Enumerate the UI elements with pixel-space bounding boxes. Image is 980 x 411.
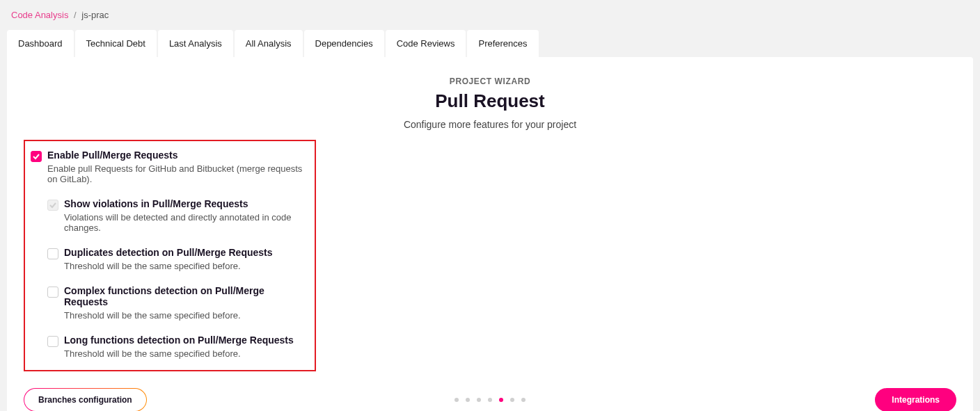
option-desc: Threshold will be the same specified bef… xyxy=(64,261,273,271)
back-button[interactable]: Branches configuration xyxy=(24,389,146,411)
checkbox-long-functions[interactable] xyxy=(47,336,58,347)
step-dot-active xyxy=(499,398,503,402)
breadcrumb-sep: / xyxy=(74,10,77,20)
checkbox-enable-pr[interactable] xyxy=(31,151,42,162)
option-duplicates[interactable]: Duplicates detection on Pull/Merge Reque… xyxy=(47,247,303,271)
option-desc: Violations will be detected and directly… xyxy=(64,212,303,233)
step-dot xyxy=(510,398,514,402)
checkbox-show-violations[interactable] xyxy=(47,200,58,211)
option-title: Complex functions detection on Pull/Merg… xyxy=(64,285,303,307)
option-title: Enable Pull/Merge Requests xyxy=(47,150,303,161)
options-frame: Enable Pull/Merge Requests Enable pull R… xyxy=(24,140,316,371)
tab-bar: Dashboard Technical Debt Last Analysis A… xyxy=(7,30,973,57)
option-title: Duplicates detection on Pull/Merge Reque… xyxy=(64,247,273,258)
wizard-subtitle: Configure more features for your project xyxy=(24,119,956,130)
option-long-functions[interactable]: Long functions detection on Pull/Merge R… xyxy=(47,335,303,359)
option-desc: Enable pull Requests for GitHub and Bitb… xyxy=(47,163,303,184)
tab-technical-debt[interactable]: Technical Debt xyxy=(75,30,157,57)
page-title: Pull Request xyxy=(24,90,956,112)
option-complex-functions[interactable]: Complex functions detection on Pull/Merg… xyxy=(47,285,303,321)
step-dots xyxy=(455,398,525,402)
next-button[interactable]: Integrations xyxy=(875,388,956,411)
tab-all-analysis[interactable]: All Analysis xyxy=(235,30,303,57)
back-button-wrap: Branches configuration xyxy=(24,388,147,411)
wizard-footer: Branches configuration Integrations xyxy=(24,371,956,411)
option-title: Show violations in Pull/Merge Requests xyxy=(64,198,303,209)
step-dot xyxy=(521,398,525,402)
wizard-panel: PROJECT WIZARD Pull Request Configure mo… xyxy=(7,57,973,411)
step-dot xyxy=(477,398,481,402)
tab-dashboard[interactable]: Dashboard xyxy=(7,30,74,57)
option-show-violations[interactable]: Show violations in Pull/Merge Requests V… xyxy=(47,198,303,233)
breadcrumb-root[interactable]: Code Analysis xyxy=(11,10,68,20)
tab-preferences[interactable]: Preferences xyxy=(467,30,538,57)
tab-code-reviews[interactable]: Code Reviews xyxy=(386,30,466,57)
breadcrumb-leaf: js-prac xyxy=(81,10,109,20)
step-dot xyxy=(488,398,492,402)
step-dot xyxy=(455,398,459,402)
check-icon xyxy=(49,202,56,209)
option-enable-pr[interactable]: Enable Pull/Merge Requests Enable pull R… xyxy=(31,150,303,184)
option-title: Long functions detection on Pull/Merge R… xyxy=(64,335,294,346)
checkbox-complex-functions[interactable] xyxy=(47,287,58,298)
wizard-eyebrow: PROJECT WIZARD xyxy=(24,76,956,86)
checkbox-duplicates[interactable] xyxy=(47,248,58,259)
breadcrumb: Code Analysis / js-prac xyxy=(7,7,973,30)
check-icon xyxy=(33,153,40,160)
step-dot xyxy=(466,398,470,402)
option-desc: Threshold will be the same specified bef… xyxy=(64,348,294,359)
option-desc: Threshold will be the same specified bef… xyxy=(64,310,303,321)
tab-dependencies[interactable]: Dependencies xyxy=(304,30,384,57)
tab-last-analysis[interactable]: Last Analysis xyxy=(158,30,233,57)
